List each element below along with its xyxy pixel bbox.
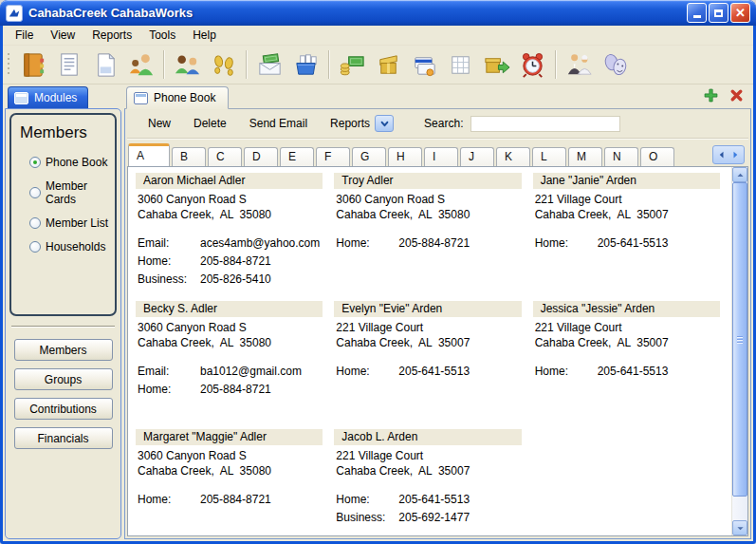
- sidebar-button-groups[interactable]: Groups: [14, 368, 113, 390]
- grid-table-button[interactable]: [442, 47, 478, 83]
- menu-item-help[interactable]: Help: [184, 27, 225, 44]
- scrollbar-track[interactable]: [732, 182, 747, 520]
- alpha-tab-k[interactable]: K: [496, 147, 530, 166]
- contact-fields: Home:205-641-5513: [535, 363, 720, 381]
- contact-address-line: 221 Village Court: [533, 320, 720, 335]
- vertical-scrollbar[interactable]: [731, 167, 747, 535]
- alpha-tab-d[interactable]: D: [244, 147, 278, 166]
- close-view-button[interactable]: [728, 86, 745, 103]
- maximize-button[interactable]: [709, 3, 728, 23]
- radio-member-cards[interactable]: Member Cards: [29, 179, 113, 206]
- menu-item-view[interactable]: View: [42, 27, 83, 44]
- alpha-tab-c[interactable]: C: [208, 147, 242, 166]
- tab-modules[interactable]: Modules: [8, 86, 88, 108]
- menu-item-reports[interactable]: Reports: [83, 27, 140, 44]
- address-book-button[interactable]: [14, 47, 50, 83]
- alpha-tab-n[interactable]: N: [604, 147, 638, 166]
- window-icon: [14, 92, 28, 104]
- contact-card[interactable]: Becky S. Adler3060 Canyon Road SCahaba C…: [136, 301, 334, 429]
- contact-address-line: Cahaba Creek, AL 35007: [334, 463, 521, 478]
- contact-field-value: 205-884-8721: [200, 253, 323, 271]
- sidebar-button-members[interactable]: Members: [14, 339, 113, 361]
- alpha-tab-i[interactable]: I: [424, 147, 458, 166]
- scroll-tabs-right-button[interactable]: [728, 148, 742, 161]
- radio-phone-book[interactable]: Phone Book: [29, 156, 113, 169]
- contact-card[interactable]: Jessica "Jessie" Arden221 Village CourtC…: [533, 301, 731, 429]
- send-email-button[interactable]: Send Email: [238, 117, 319, 130]
- alpha-tab-f[interactable]: F: [316, 147, 350, 166]
- x-icon: [728, 87, 745, 103]
- contact-card[interactable]: Aaron Michael Adler3060 Canyon Road SCah…: [136, 173, 334, 301]
- blank-document-icon: [90, 50, 120, 80]
- family-group-icon: [126, 50, 156, 80]
- alpha-tab-a[interactable]: A: [128, 143, 170, 166]
- family-group-button[interactable]: [122, 47, 158, 83]
- delete-button[interactable]: Delete: [182, 117, 238, 130]
- contact-address-line: 221 Village Court: [334, 448, 521, 463]
- open-chest-button[interactable]: [370, 47, 406, 83]
- alpha-tab-g[interactable]: G: [352, 147, 386, 166]
- search-input[interactable]: [470, 116, 620, 132]
- sidebar-button-financials[interactable]: Financials: [14, 427, 113, 449]
- add-view-button[interactable]: [702, 86, 719, 103]
- blank-document-button[interactable]: [86, 47, 122, 83]
- contact-address-line: 3060 Canyon Road S: [136, 192, 323, 207]
- contact-field-label: Home:: [535, 234, 598, 253]
- envelope-money-button[interactable]: [251, 47, 287, 83]
- gift-export-button[interactable]: [478, 47, 514, 83]
- contact-card[interactable]: Jane "Janie" Arden221 Village CourtCahab…: [533, 173, 731, 301]
- contact-address-line: Cahaba Creek, AL 35007: [533, 335, 720, 350]
- contact-card[interactable]: Troy Adler3060 Canyon Road SCahaba Creek…: [334, 173, 532, 301]
- contact-fields: Home:205-884-8721: [138, 491, 323, 509]
- contact-field-label: Home:: [138, 491, 200, 509]
- alpha-tab-m[interactable]: M: [568, 147, 602, 166]
- contact-address-line: 221 Village Court: [334, 320, 521, 335]
- app-logo-icon: [6, 5, 23, 22]
- contact-field-value: 205-641-5513: [398, 363, 521, 381]
- new-button[interactable]: New: [137, 117, 182, 130]
- contact-name: Jane "Janie" Arden: [533, 173, 720, 189]
- alpha-tab-b[interactable]: B: [172, 147, 206, 166]
- money-cash-icon: [338, 50, 367, 80]
- scroll-down-button[interactable]: [732, 520, 747, 535]
- radio-member-list[interactable]: Member List: [29, 216, 113, 230]
- two-people-button[interactable]: [169, 47, 205, 83]
- alpha-tab-o[interactable]: O: [640, 147, 674, 166]
- contact-card[interactable]: Margaret "Maggie" Adler3060 Canyon Road …: [136, 429, 334, 535]
- sidebar-tabbar: Modules: [5, 86, 121, 108]
- card-file-box-button[interactable]: [287, 47, 323, 83]
- wedding-couple-button[interactable]: [561, 47, 597, 83]
- theater-masks-icon: [600, 50, 630, 80]
- scrollbar-thumb[interactable]: [732, 182, 747, 497]
- contact-address-line: 3060 Canyon Road S: [136, 448, 323, 463]
- scroll-tabs-left-button[interactable]: [715, 148, 728, 161]
- alpha-tab-h[interactable]: H: [388, 147, 422, 166]
- envelope-money-icon: [255, 50, 285, 80]
- minimize-button[interactable]: [687, 3, 707, 23]
- tab-phone-book[interactable]: Phone Book: [126, 86, 229, 109]
- close-button[interactable]: ✕: [730, 3, 750, 23]
- menu-item-file[interactable]: File: [7, 27, 42, 44]
- footprints-button[interactable]: [205, 47, 241, 83]
- contacts-grid: Aaron Michael Adler3060 Canyon Road SCah…: [128, 167, 731, 535]
- money-cash-button[interactable]: [334, 47, 370, 83]
- alpha-tab-l[interactable]: L: [532, 147, 566, 166]
- contact-field-label: Business:: [138, 271, 200, 289]
- close-icon: ✕: [735, 7, 746, 19]
- contact-card[interactable]: Jacob L. Arden221 Village CourtCahaba Cr…: [334, 429, 532, 535]
- radio-households[interactable]: Households: [29, 240, 113, 253]
- theater-masks-button[interactable]: [597, 47, 633, 83]
- alpha-tab-j[interactable]: J: [460, 147, 494, 166]
- alpha-tab-e[interactable]: E: [280, 147, 314, 166]
- reports-dropdown[interactable]: Reports: [319, 115, 405, 132]
- lined-document-button[interactable]: [50, 47, 86, 83]
- contact-field-label: Home:: [336, 363, 398, 381]
- contact-card[interactable]: Evelyn "Evie" Arden221 Village CourtCaha…: [334, 301, 532, 429]
- scroll-up-button[interactable]: [732, 167, 747, 182]
- sidebar-button-contributions[interactable]: Contributions: [14, 398, 113, 420]
- menu-item-tools[interactable]: Tools: [140, 27, 184, 44]
- credit-cards-button[interactable]: [406, 47, 442, 83]
- reports-menu-button[interactable]: [375, 115, 394, 132]
- arrow-down-icon: [735, 523, 746, 534]
- alarm-clock-button[interactable]: [514, 47, 550, 83]
